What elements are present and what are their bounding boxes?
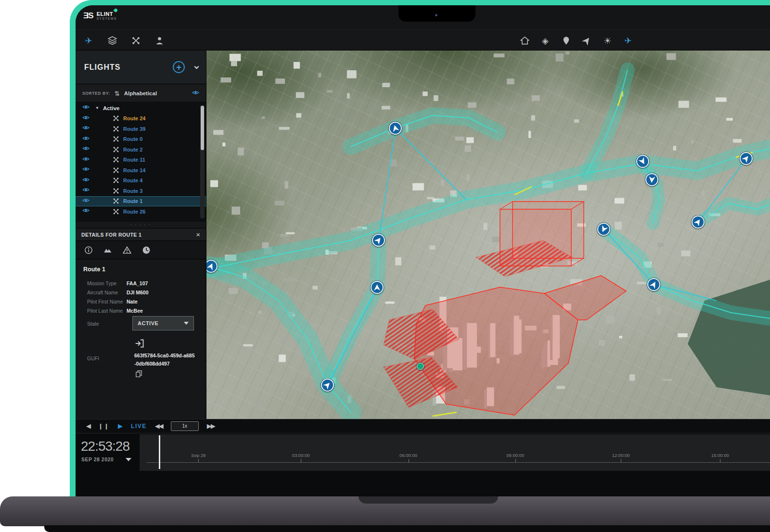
toolbar-button-home[interactable] bbox=[519, 36, 530, 46]
tick-mark bbox=[621, 459, 621, 463]
terrain-tab-icon[interactable] bbox=[103, 246, 112, 254]
route-row[interactable]: Route 3 bbox=[76, 186, 206, 196]
sort-bar: SORTED BY: ⇅ Alphabetical bbox=[76, 85, 206, 102]
pin-icon bbox=[562, 36, 571, 45]
route-row[interactable]: Route 11 bbox=[76, 155, 206, 165]
nav-arrow-icon bbox=[392, 125, 399, 132]
page-canvas: ƎS ELINT SYSTEMS ✈ ◈☀✈ bbox=[0, 0, 770, 532]
route-row[interactable]: Route 4 bbox=[76, 176, 206, 186]
toolbar-button-drones[interactable] bbox=[130, 36, 141, 46]
toolbar-button-users[interactable] bbox=[154, 36, 165, 46]
map-marker-flight[interactable] bbox=[597, 223, 610, 236]
route-row[interactable]: Route 39 bbox=[76, 124, 206, 134]
visibility-eye-icon[interactable] bbox=[82, 197, 90, 206]
map-viewport[interactable] bbox=[206, 51, 770, 419]
collapse-panel-chevron-icon[interactable] bbox=[194, 64, 199, 69]
route-group-row[interactable]: ▼Active bbox=[76, 103, 206, 114]
toggle-all-visibility-eye-icon[interactable] bbox=[192, 89, 199, 98]
map-marker-flight[interactable] bbox=[636, 155, 649, 168]
state-select[interactable]: ACTIVE bbox=[132, 316, 194, 330]
map-marker-flight[interactable] bbox=[371, 281, 384, 294]
sort-direction-icon[interactable]: ⇅ bbox=[115, 90, 120, 97]
alerts-tab-icon[interactable] bbox=[123, 246, 131, 254]
info-tab-icon[interactable] bbox=[84, 246, 93, 254]
visibility-eye-icon[interactable] bbox=[82, 165, 90, 175]
visibility-eye-icon[interactable] bbox=[82, 176, 90, 185]
date-dropdown-caret-icon[interactable] bbox=[126, 458, 131, 461]
toolbar-button-plane[interactable]: ✈ bbox=[623, 36, 633, 46]
current-date: SEP 28 2020 bbox=[81, 456, 114, 462]
field-value: DJI M600 bbox=[127, 290, 149, 295]
play-button[interactable]: ▶ bbox=[118, 423, 123, 430]
drone-icon bbox=[113, 126, 119, 132]
sort-mode-value[interactable]: Alphabetical bbox=[124, 90, 157, 96]
map-marker-flight[interactable] bbox=[321, 379, 334, 392]
timeline-baseline bbox=[146, 462, 770, 463]
toolbar-button-pin[interactable] bbox=[561, 36, 571, 46]
map-marker-flight[interactable] bbox=[206, 260, 218, 273]
toolbar-button-layers[interactable] bbox=[107, 36, 117, 46]
visibility-eye-icon[interactable] bbox=[82, 114, 90, 123]
list-resize-handle[interactable]: · · · · · bbox=[76, 222, 206, 228]
playback-speed[interactable]: 1x bbox=[171, 421, 199, 431]
copy-gufi-button[interactable] bbox=[135, 370, 142, 378]
tick-label: 15:00:00 bbox=[706, 453, 734, 458]
step-back-button[interactable]: ◀ bbox=[86, 423, 90, 430]
toolbar-button-sun[interactable]: ☀ bbox=[602, 36, 613, 46]
visibility-eye-icon[interactable] bbox=[82, 103, 90, 113]
visibility-eye-icon[interactable] bbox=[82, 186, 90, 195]
visibility-eye-icon[interactable] bbox=[82, 207, 90, 216]
route-row[interactable]: Route 0 bbox=[76, 134, 206, 145]
map-marker-flight[interactable] bbox=[645, 173, 658, 186]
fast-forward-button[interactable]: ▶▶ bbox=[207, 423, 215, 430]
toolbar-right: ◈☀✈ bbox=[519, 31, 633, 51]
drone-icon bbox=[113, 167, 119, 174]
toolbar-button-flights[interactable]: ✈ bbox=[83, 36, 94, 46]
timeline-track[interactable]: Sep 2903:00:0006:00:0009:00:0012:00:0015… bbox=[140, 434, 770, 471]
details-tabs bbox=[76, 241, 206, 259]
live-button[interactable]: LIVE bbox=[131, 423, 147, 430]
map-marker-flight[interactable] bbox=[692, 215, 705, 228]
visibility-eye-icon[interactable] bbox=[82, 135, 90, 144]
map-marker-flight[interactable] bbox=[647, 278, 660, 291]
map-marker-flight[interactable] bbox=[740, 152, 753, 165]
route-row[interactable]: Route 14 bbox=[76, 165, 206, 176]
visibility-eye-icon[interactable] bbox=[82, 145, 90, 154]
gufi-value: 663f5784-5ca0-459d-a685-0dbf608dd497 bbox=[134, 352, 195, 368]
history-tab-icon[interactable] bbox=[142, 246, 151, 254]
route-row[interactable]: Route 1 bbox=[76, 196, 206, 207]
toolbar-left: ✈ bbox=[83, 31, 165, 51]
route-row[interactable]: Route 26 bbox=[76, 206, 206, 217]
laptop-frame: ƎS ELINT SYSTEMS ✈ ◈☀✈ bbox=[70, 0, 770, 500]
tick-mark bbox=[198, 459, 199, 463]
timeline: 22:53:28 SEP 28 2020 Sep 2903:00:0006:00… bbox=[76, 434, 770, 471]
add-flight-button[interactable]: + bbox=[173, 61, 185, 73]
route-name: Route 3 bbox=[123, 188, 142, 194]
route-row[interactable]: Route 2 bbox=[76, 144, 206, 155]
nav-arrow-icon bbox=[374, 236, 383, 244]
map-marker-flight[interactable] bbox=[372, 234, 385, 247]
toolbar-button-locate[interactable] bbox=[581, 36, 592, 46]
toolbar-button-waypoint[interactable]: ◈ bbox=[540, 36, 551, 46]
pause-button[interactable]: ❙❙ bbox=[98, 423, 110, 430]
close-details-icon[interactable]: × bbox=[196, 231, 200, 238]
select-caret-icon bbox=[184, 322, 189, 325]
visibility-eye-icon[interactable] bbox=[82, 155, 90, 165]
nav-arrow-icon bbox=[581, 36, 591, 46]
drone-icon bbox=[113, 208, 119, 215]
visibility-eye-icon[interactable] bbox=[82, 124, 90, 133]
details-title: DETAILS FOR ROUTE 1 bbox=[81, 232, 141, 238]
field-value: Nate bbox=[127, 299, 138, 304]
timeline-playhead[interactable] bbox=[159, 435, 160, 469]
map-marker-green[interactable] bbox=[417, 363, 424, 370]
brand-logo: ƎS ELINT SYSTEMS bbox=[83, 11, 117, 21]
scrollbar-thumb[interactable] bbox=[201, 106, 204, 150]
field-label: Pilot First Name bbox=[76, 299, 127, 304]
map-marker-flight[interactable] bbox=[389, 122, 402, 135]
export-route-button[interactable] bbox=[134, 338, 145, 349]
gufi-label: GUFI bbox=[87, 355, 99, 361]
route-row[interactable]: Route 24 bbox=[76, 114, 206, 124]
group-caret-icon[interactable]: ▼ bbox=[95, 106, 99, 110]
home-icon bbox=[520, 36, 529, 45]
rewind-button[interactable]: ◀◀ bbox=[155, 423, 163, 430]
